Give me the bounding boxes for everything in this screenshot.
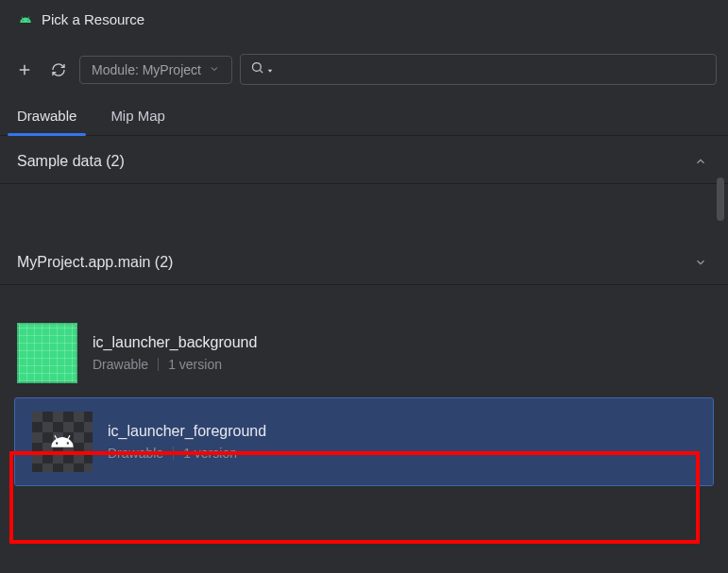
section-header-sample-data[interactable]: Sample data (2) xyxy=(0,136,728,184)
section-spacer xyxy=(0,184,728,237)
search-dropdown-icon[interactable] xyxy=(266,61,274,78)
separator xyxy=(173,447,174,460)
resource-thumbnail xyxy=(32,412,93,472)
tab-mipmap[interactable]: Mip Map xyxy=(107,98,169,135)
svg-marker-4 xyxy=(268,69,273,72)
resource-type: Drawable xyxy=(108,446,163,461)
search-icon xyxy=(250,60,264,78)
add-button[interactable] xyxy=(11,57,38,83)
module-selector[interactable]: Module: MyProject xyxy=(79,56,232,84)
resource-list: ic_launcher_background Drawable 1 versio… xyxy=(0,285,728,485)
search-input[interactable] xyxy=(279,62,706,77)
resource-meta: ic_launcher_background Drawable 1 versio… xyxy=(93,334,257,372)
search-box[interactable] xyxy=(240,54,717,85)
resource-row-ic-launcher-foreground[interactable]: ic_launcher_foreground Drawable 1 versio… xyxy=(15,398,713,485)
resource-name: ic_launcher_foreground xyxy=(108,423,266,440)
module-selector-label: Module: MyProject xyxy=(92,62,201,77)
section-header-app-main[interactable]: MyProject.app.main (2) xyxy=(0,237,728,285)
chevron-up-icon xyxy=(694,155,707,168)
tab-label: Drawable xyxy=(17,108,76,124)
chevron-down-icon xyxy=(694,256,707,269)
resource-subtitle: Drawable 1 version xyxy=(93,357,257,372)
resource-version: 1 version xyxy=(183,446,237,461)
resource-name: ic_launcher_background xyxy=(93,334,257,351)
svg-line-3 xyxy=(260,70,262,73)
section-title: MyProject.app.main (2) xyxy=(17,254,173,271)
tab-bar: Drawable Mip Map xyxy=(0,98,728,136)
scrollbar[interactable] xyxy=(717,177,724,221)
svg-point-2 xyxy=(252,63,261,72)
resource-meta: ic_launcher_foreground Drawable 1 versio… xyxy=(108,423,266,461)
resource-version: 1 version xyxy=(168,357,222,372)
toolbar: Module: MyProject xyxy=(0,35,728,98)
chevron-down-icon xyxy=(209,62,220,77)
section-title: Sample data (2) xyxy=(17,153,125,170)
tab-label: Mip Map xyxy=(110,108,165,124)
android-icon xyxy=(32,412,93,472)
content-area: Sample data (2) MyProject.app.main (2) i… xyxy=(0,136,728,485)
resource-row-ic-launcher-background[interactable]: ic_launcher_background Drawable 1 versio… xyxy=(0,313,728,393)
tab-drawable[interactable]: Drawable xyxy=(13,98,80,135)
window-title: Pick a Resource xyxy=(42,11,144,27)
resource-type: Drawable xyxy=(93,357,148,372)
android-icon xyxy=(19,13,32,26)
resource-subtitle: Drawable 1 version xyxy=(108,446,266,461)
separator xyxy=(158,358,159,371)
refresh-button[interactable] xyxy=(45,57,72,83)
titlebar: Pick a Resource xyxy=(0,0,728,35)
resource-thumbnail xyxy=(17,323,77,383)
